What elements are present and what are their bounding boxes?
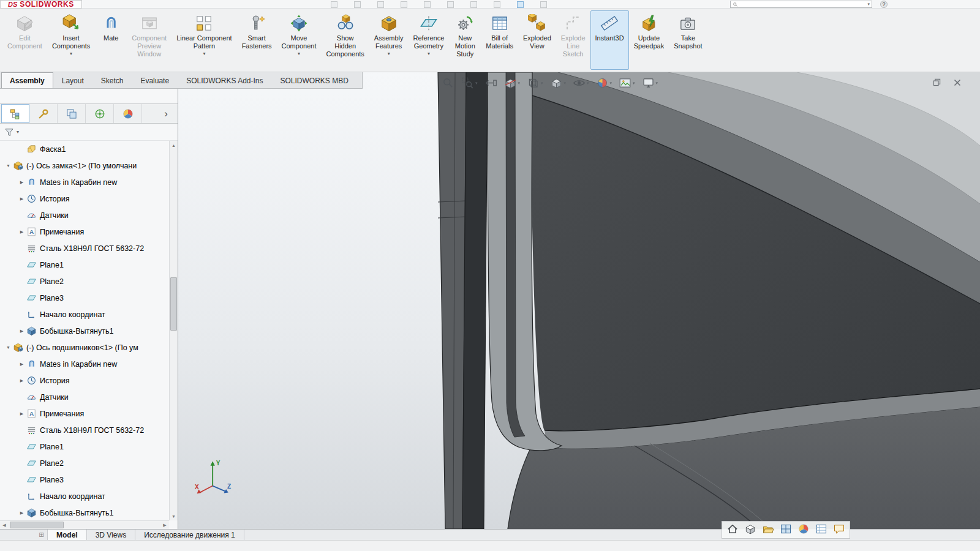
bottom-tab-исследование-движения-1[interactable]: Исследование движения 1: [135, 530, 244, 540]
tree-item[interactable]: Plane2: [0, 455, 169, 471]
tree-item[interactable]: Начало координат: [0, 306, 169, 323]
panel-h-scrollbar[interactable]: [0, 520, 169, 529]
dimxpert-tab[interactable]: [86, 104, 114, 123]
dock-home-button[interactable]: [726, 523, 739, 537]
quick-access-icon-1[interactable]: [331, 1, 337, 8]
displaymanager-tab[interactable]: [114, 104, 142, 123]
chevron-down-icon[interactable]: ▾: [17, 129, 19, 135]
tab-sketch[interactable]: Sketch: [92, 72, 132, 88]
tree-item[interactable]: ▶Mates in Карабин new: [0, 174, 169, 190]
expand-arrow-icon[interactable]: ▼: [4, 163, 13, 168]
scrollbar-thumb[interactable]: [170, 277, 177, 331]
view-orientation-button[interactable]: ▾: [527, 77, 543, 89]
apply-scene-button[interactable]: ▾: [619, 77, 635, 89]
bottom-tab-3d-views[interactable]: 3D Views: [87, 530, 135, 540]
expand-arrow-icon[interactable]: ▶: [17, 378, 26, 383]
quick-access-icon-3[interactable]: [377, 1, 384, 8]
quick-access-icon-2[interactable]: [354, 1, 361, 8]
tree-item[interactable]: Начало координат: [0, 488, 169, 504]
dock-split-view-button[interactable]: [780, 523, 792, 537]
exploded-view-button[interactable]: ExplodedView: [518, 10, 556, 70]
tree-item[interactable]: Датчики: [0, 207, 169, 223]
quick-access-icon-6[interactable]: [447, 1, 454, 8]
tree-item[interactable]: Датчики: [0, 389, 169, 405]
tree-item[interactable]: ▶Бобышка-Вытянуть1: [0, 323, 169, 339]
bottom-tab-model[interactable]: Model: [48, 530, 87, 540]
expand-arrow-icon[interactable]: ▶: [17, 180, 26, 185]
bill-of-materials-button[interactable]: Bill ofMaterials: [481, 10, 518, 70]
mate-button[interactable]: Mate: [95, 10, 127, 70]
new-motion-study-button[interactable]: NewMotionStudy: [449, 10, 481, 70]
quick-access-icon-7[interactable]: [470, 1, 477, 8]
section-view-button[interactable]: ▾: [504, 77, 521, 89]
move-component-button[interactable]: MoveComponent▾: [277, 10, 322, 70]
tree-item[interactable]: Plane2: [0, 273, 169, 290]
propertymanager-tab[interactable]: [29, 104, 58, 123]
expand-arrow-icon[interactable]: ▼: [4, 345, 13, 350]
tree-item[interactable]: Plane3: [0, 290, 169, 306]
expand-arrow-icon[interactable]: ▶: [17, 197, 26, 201]
tab-assembly[interactable]: Assembly: [1, 72, 53, 88]
window-close-button[interactable]: [952, 77, 963, 88]
tree-item[interactable]: Сталь Х18Н9Л ГОСТ 5632-72: [0, 422, 169, 438]
quick-access-icon-8[interactable]: [494, 1, 500, 8]
update-speedpak-button[interactable]: UpdateSpeedpak: [629, 10, 669, 70]
quick-access-icon-9[interactable]: [517, 1, 524, 8]
h-scrollbar-thumb[interactable]: [10, 522, 64, 528]
expand-arrow-icon[interactable]: ▶: [17, 329, 26, 334]
previous-view-button[interactable]: [484, 77, 497, 89]
tree-item[interactable]: ▶Mates in Карабин new: [0, 356, 169, 372]
edit-appearance-button[interactable]: ▾: [596, 77, 612, 89]
dock-iso-cube-button[interactable]: [744, 523, 756, 537]
dock-render-globe-button[interactable]: [797, 523, 810, 537]
tree-item[interactable]: ▶AПримечания: [0, 405, 169, 422]
graphics-area[interactable]: ▾▾▾▾▾▾▾▾ Y X Z: [178, 72, 980, 529]
tree-item[interactable]: ▶Бобышка-Вытянуть1: [0, 504, 169, 520]
search-box[interactable]: ▾: [730, 1, 872, 8]
quick-access-icon-10[interactable]: [540, 1, 547, 8]
quick-access-icon-5[interactable]: [424, 1, 431, 8]
motionmanager-splitter-icon[interactable]: [36, 530, 48, 540]
configurationmanager-tab[interactable]: [58, 104, 86, 123]
dock-open-folder-button[interactable]: [762, 523, 774, 537]
zoom-area-button[interactable]: ▾: [461, 77, 478, 89]
hide-show-button[interactable]: ▾: [573, 77, 589, 89]
show-hidden-components-button[interactable]: ShowHiddenComponents: [321, 10, 369, 70]
zoom-fit-button[interactable]: [442, 77, 454, 89]
search-input[interactable]: [739, 1, 866, 7]
tab-evaluate[interactable]: Evaluate: [132, 72, 178, 88]
insert-components-button[interactable]: InsertComponents▾: [47, 10, 95, 70]
scroll-down-icon[interactable]: [170, 512, 178, 520]
tree-item[interactable]: Plane3: [0, 471, 169, 488]
display-style-button[interactable]: ▾: [550, 77, 567, 89]
tree-item[interactable]: ▼(-) Ось подшипников<1> (По ум: [0, 339, 169, 356]
quick-access-icon-4[interactable]: [401, 1, 407, 8]
tree-item[interactable]: ▼(-) Ось замка<1> (По умолчани: [0, 157, 169, 174]
filter-funnel-icon[interactable]: [4, 127, 15, 138]
tree-item[interactable]: ▶AПримечания: [0, 223, 169, 240]
chevron-down-icon[interactable]: ▾: [867, 2, 870, 7]
expand-arrow-icon[interactable]: ▶: [17, 411, 26, 416]
dock-comment-button[interactable]: [833, 523, 845, 537]
scroll-left-icon[interactable]: [0, 521, 9, 529]
featuremanager-tab[interactable]: [1, 104, 29, 123]
smart-fasteners-button[interactable]: SmartFasteners: [237, 10, 277, 70]
tree-item[interactable]: Plane1: [0, 438, 169, 455]
tab-solidworks-mbd[interactable]: SOLIDWORKS MBD: [272, 72, 357, 88]
tree-item[interactable]: ▶История: [0, 190, 169, 207]
tree-item[interactable]: ▶История: [0, 372, 169, 389]
tree-scrollbar[interactable]: [169, 141, 178, 520]
expand-arrow-icon[interactable]: ▶: [17, 511, 26, 515]
tab-solidworks-add-ins[interactable]: SOLIDWORKS Add-Ins: [178, 72, 271, 88]
scroll-up-icon[interactable]: [170, 141, 178, 149]
tree-item[interactable]: Сталь Х18Н9Л ГОСТ 5632-72: [0, 240, 169, 257]
instant3d-button[interactable]: Instant3D: [590, 10, 629, 70]
view-settings-button[interactable]: ▾: [642, 77, 658, 89]
scroll-right-icon[interactable]: [160, 521, 169, 529]
dock-display-pane-button[interactable]: [815, 523, 827, 537]
reference-geometry-button[interactable]: ReferenceGeometry▾: [409, 10, 450, 70]
tree-item[interactable]: Plane1: [0, 257, 169, 273]
help-icon[interactable]: ?: [880, 1, 888, 8]
tab-layout[interactable]: Layout: [53, 72, 92, 88]
assembly-features-button[interactable]: AssemblyFeatures▾: [369, 10, 409, 70]
